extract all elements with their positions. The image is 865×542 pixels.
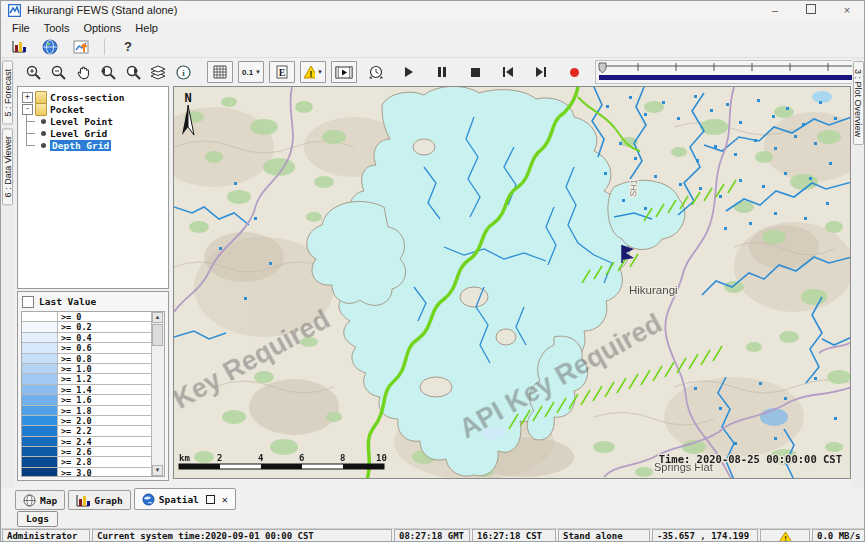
record-button[interactable] bbox=[564, 62, 584, 82]
skip-to-start-button[interactable] bbox=[498, 62, 518, 82]
tab-close-icon[interactable]: ✕ bbox=[222, 494, 228, 505]
info-icon[interactable]: i bbox=[173, 62, 193, 82]
legend-row[interactable]: >= 0.6 bbox=[22, 343, 152, 353]
scroll-up-icon[interactable]: ▲ bbox=[152, 312, 163, 323]
movie-button[interactable] bbox=[331, 61, 357, 83]
menu-tools[interactable]: Tools bbox=[37, 21, 77, 35]
zoom-next-icon[interactable] bbox=[123, 62, 143, 82]
tab-forecast[interactable]: 5 : Forecast bbox=[2, 61, 13, 125]
legend-swatch bbox=[22, 385, 58, 394]
legend-label: >= 1.0 bbox=[58, 364, 92, 373]
legend-swatch bbox=[22, 354, 58, 363]
maximize-icon[interactable] bbox=[804, 2, 818, 18]
reports-icon[interactable] bbox=[9, 37, 29, 57]
legend-row[interactable]: >= 2.2 bbox=[22, 426, 152, 436]
legend-scrollbar[interactable]: ▲ ▼ bbox=[151, 312, 164, 476]
status-gmt-time: 08:27:18 GMT bbox=[394, 529, 470, 542]
time-slider-track bbox=[596, 61, 865, 81]
zoom-in-icon[interactable] bbox=[23, 62, 43, 82]
label-button[interactable]: E bbox=[269, 61, 295, 83]
status-transfer-rate: 0.0 MB/s bbox=[812, 529, 865, 542]
tab-graph[interactable]: Graph bbox=[68, 490, 131, 510]
tab-map-label: Map bbox=[40, 495, 57, 506]
tree-item-level-point[interactable]: Level Point bbox=[18, 115, 168, 127]
tree-item-pocket[interactable]: - Pocket bbox=[18, 103, 168, 115]
legend-row[interactable]: >= 1.2 bbox=[22, 374, 152, 384]
legend-row[interactable]: >= 1.4 bbox=[22, 385, 152, 395]
tree-item-level-grid[interactable]: Level Grid bbox=[18, 127, 168, 139]
legend-row[interactable]: >= 0 bbox=[22, 312, 152, 322]
legend-row[interactable]: >= 1.8 bbox=[22, 406, 152, 416]
time-slider[interactable] bbox=[595, 60, 865, 84]
legend-row[interactable]: >= 0.8 bbox=[22, 354, 152, 364]
tree-item-depth-grid[interactable]: Depth Grid bbox=[18, 139, 168, 151]
zoom-previous-icon[interactable] bbox=[98, 62, 118, 82]
legend-row[interactable]: >= 2.0 bbox=[22, 416, 152, 426]
legend-panel: Last Value >= 0 >= 0.2 bbox=[17, 291, 169, 481]
legend-swatch bbox=[22, 437, 58, 446]
legend-swatch bbox=[22, 333, 58, 342]
legend-label: >= 1.8 bbox=[58, 406, 92, 415]
legend-row[interactable]: >= 0.4 bbox=[22, 333, 152, 343]
legend-swatch bbox=[22, 395, 58, 404]
warning-threshold-dropdown[interactable]: ! ▼ bbox=[300, 61, 326, 83]
tree-item-cross-section[interactable]: + Cross-section bbox=[18, 91, 168, 103]
svg-text:6: 6 bbox=[299, 453, 304, 463]
layers-icon[interactable] bbox=[148, 62, 168, 82]
layers-tree: + Cross-section - Pocket Level Point Lev… bbox=[17, 86, 169, 289]
zoom-out-icon[interactable] bbox=[48, 62, 68, 82]
legend-row[interactable]: >= 1.6 bbox=[22, 395, 152, 405]
legend-swatch bbox=[22, 322, 58, 331]
collapse-icon[interactable]: - bbox=[22, 104, 33, 115]
legend-row[interactable]: >= 1.0 bbox=[22, 364, 152, 374]
scroll-thumb[interactable] bbox=[152, 324, 163, 346]
legend-label: >= 1.6 bbox=[58, 395, 92, 404]
legend-row[interactable]: >= 2.8 bbox=[22, 457, 152, 467]
minimize-icon[interactable]: – bbox=[768, 2, 782, 18]
layer-bullet-icon bbox=[41, 131, 46, 136]
animation-settings-icon[interactable] bbox=[366, 62, 386, 82]
skip-to-end-button[interactable] bbox=[531, 62, 551, 82]
status-warning[interactable]: ! bbox=[760, 529, 810, 542]
scroll-down-icon[interactable]: ▼ bbox=[152, 465, 163, 476]
logs-button[interactable]: Logs bbox=[17, 511, 58, 527]
tab-data-viewer[interactable]: 6 : Data Viewer bbox=[2, 128, 13, 205]
title-bar[interactable]: Hikurangi FEWS (Stand alone) – × bbox=[1, 1, 864, 19]
legend-row[interactable]: >= 2.6 bbox=[22, 447, 152, 457]
grid-button[interactable] bbox=[207, 61, 233, 83]
chevron-down-icon: ▼ bbox=[255, 69, 261, 75]
folder-icon bbox=[35, 91, 47, 104]
legend-row[interactable]: >= 3.0 bbox=[22, 468, 152, 477]
pause-button[interactable] bbox=[432, 62, 452, 82]
status-coordinates: -35.657 , 174.199 bbox=[652, 529, 758, 542]
legend-table: >= 0 >= 0.2 >= 0.4 >= 0.6 bbox=[21, 311, 165, 477]
legend-swatch bbox=[22, 406, 58, 415]
legend-row[interactable]: >= 2.4 bbox=[22, 437, 152, 447]
tab-plot-overview[interactable]: 3 : Plot Overview bbox=[853, 61, 864, 145]
menu-file[interactable]: File bbox=[5, 21, 37, 35]
expand-icon[interactable]: + bbox=[22, 92, 33, 103]
menu-help[interactable]: Help bbox=[128, 21, 165, 35]
legend-row[interactable]: >= 0.2 bbox=[22, 322, 152, 332]
map-display-icon[interactable] bbox=[40, 37, 60, 57]
play-button[interactable] bbox=[399, 62, 419, 82]
tab-spatial-label: Spatial bbox=[159, 494, 199, 505]
close-icon[interactable]: × bbox=[840, 2, 854, 18]
legend-swatch bbox=[22, 374, 58, 383]
pan-icon[interactable] bbox=[73, 62, 93, 82]
help-icon[interactable]: ? bbox=[118, 37, 138, 57]
map-view[interactable]: API Key Required API Key Required Hikura… bbox=[173, 86, 851, 479]
marker-size-dropdown[interactable]: 0.1 ▼ bbox=[238, 61, 264, 83]
svg-text:N: N bbox=[184, 91, 191, 105]
spatial-display-icon[interactable] bbox=[71, 37, 91, 57]
tab-map[interactable]: Map bbox=[15, 490, 65, 510]
legend-swatch bbox=[22, 426, 58, 435]
status-system-time: Current system time:2020-09-01 00:00 CST bbox=[92, 529, 392, 542]
last-value-checkbox[interactable] bbox=[22, 296, 34, 308]
stop-button[interactable] bbox=[465, 62, 485, 82]
tab-spatial[interactable]: Spatial ✕ bbox=[134, 488, 236, 510]
legend-label: >= 2.2 bbox=[58, 426, 92, 435]
map-canvas[interactable]: API Key Required API Key Required Hikura… bbox=[174, 87, 851, 479]
tab-maximize-icon[interactable] bbox=[206, 495, 215, 504]
menu-options[interactable]: Options bbox=[76, 21, 128, 35]
